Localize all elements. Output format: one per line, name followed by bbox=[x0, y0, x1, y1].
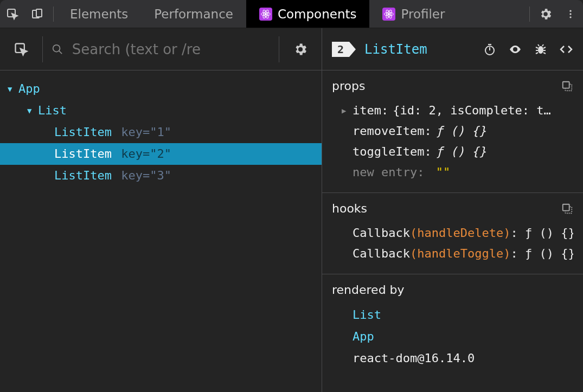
svg-rect-21 bbox=[563, 204, 569, 210]
tab-label: Profiler bbox=[401, 7, 445, 21]
svg-point-12 bbox=[569, 13, 571, 15]
component-tree: ▼ App ▼ List ListItem key="1" ListItem k… bbox=[0, 70, 322, 187]
divider bbox=[53, 7, 54, 22]
react-icon bbox=[259, 8, 272, 21]
eye-icon[interactable] bbox=[508, 43, 522, 56]
props-section: props ▶ item : {id: 2, isComplete: t… re… bbox=[322, 70, 583, 193]
section-title: props bbox=[332, 79, 561, 93]
divider bbox=[529, 7, 530, 22]
view-source-icon[interactable] bbox=[559, 43, 573, 56]
render-count-badge: 2 bbox=[332, 42, 349, 57]
tab-label: Elements bbox=[70, 7, 128, 21]
tree-settings-icon[interactable] bbox=[279, 28, 322, 70]
hook-value: ƒ () {} bbox=[525, 247, 573, 260]
device-icon[interactable] bbox=[25, 0, 50, 28]
prop-value: ƒ () {} bbox=[436, 121, 486, 142]
tab-profiler[interactable]: Profiler bbox=[369, 0, 458, 28]
key-attribute: key="3" bbox=[114, 165, 171, 187]
detail-header: 2 ListItem bbox=[322, 28, 583, 70]
tree-row-listitem[interactable]: ListItem key="1" bbox=[0, 121, 322, 143]
prop-value[interactable]: "" bbox=[436, 162, 451, 183]
devtools-tabbar: Elements Performance Components Profiler bbox=[0, 0, 583, 28]
hooks-section: hooks Callback(handleDelete): ƒ () {} Ca… bbox=[322, 193, 583, 274]
prop-row[interactable]: toggleItem : ƒ () {} bbox=[332, 142, 573, 162]
tree-row-app[interactable]: ▼ App bbox=[0, 78, 322, 100]
hook-value: ƒ () {} bbox=[525, 226, 573, 240]
svg-point-13 bbox=[569, 16, 571, 18]
section-title: rendered by bbox=[332, 283, 573, 297]
bug-icon[interactable] bbox=[534, 43, 547, 56]
svg-rect-2 bbox=[36, 9, 42, 17]
tab-performance[interactable]: Performance bbox=[141, 0, 246, 28]
detail-pane: 2 ListItem bbox=[322, 28, 583, 392]
prop-row[interactable]: ▶ item : {id: 2, isComplete: t… bbox=[332, 100, 573, 121]
section-title: hooks bbox=[332, 202, 561, 215]
svg-point-7 bbox=[388, 13, 390, 15]
svg-point-17 bbox=[538, 46, 543, 54]
rendered-by-link[interactable]: App bbox=[353, 326, 573, 348]
react-icon bbox=[382, 8, 395, 21]
prop-value: ƒ () {} bbox=[436, 142, 486, 162]
component-name: App bbox=[18, 78, 40, 100]
tab-label: Performance bbox=[154, 7, 233, 21]
search-input[interactable] bbox=[72, 41, 279, 57]
component-tree-pane: ▼ App ▼ List ListItem key="1" ListItem k… bbox=[0, 28, 322, 392]
selected-component-name: ListItem bbox=[364, 42, 427, 57]
inspect-icon[interactable] bbox=[0, 0, 25, 28]
copy-icon[interactable] bbox=[561, 203, 573, 215]
component-name: List bbox=[38, 100, 67, 121]
caret-icon[interactable]: ▼ bbox=[27, 100, 38, 121]
rendered-by-version: react-dom@16.14.0 bbox=[353, 348, 573, 369]
tree-row-list[interactable]: ▼ List bbox=[0, 100, 322, 121]
hook-row[interactable]: Callback(handleDelete): ƒ () {} bbox=[332, 223, 573, 243]
tree-row-listitem[interactable]: ListItem key="2" bbox=[0, 143, 322, 165]
search-box[interactable] bbox=[43, 41, 279, 57]
component-name: ListItem bbox=[54, 165, 112, 187]
tab-elements[interactable]: Elements bbox=[57, 0, 141, 28]
component-name: ListItem bbox=[54, 143, 112, 165]
inspect-element-icon[interactable] bbox=[0, 28, 42, 70]
tab-label: Components bbox=[278, 7, 357, 21]
rendered-by-section: rendered by List App react-dom@16.14.0 bbox=[322, 274, 583, 379]
rendered-by-link[interactable]: List bbox=[353, 304, 573, 326]
component-name: ListItem bbox=[54, 121, 112, 143]
stopwatch-icon[interactable] bbox=[483, 43, 496, 56]
tab-components[interactable]: Components bbox=[246, 0, 370, 28]
copy-icon[interactable] bbox=[561, 80, 573, 92]
left-toolbar bbox=[0, 28, 322, 70]
key-attribute: key="2" bbox=[114, 143, 171, 165]
settings-gear-icon[interactable] bbox=[533, 0, 558, 28]
svg-point-11 bbox=[569, 10, 571, 11]
prop-row-new-entry[interactable]: new entry : "" bbox=[332, 162, 573, 183]
prop-name: removeItem bbox=[353, 121, 424, 142]
key-attribute: key="1" bbox=[114, 121, 171, 143]
kebab-menu-icon[interactable] bbox=[558, 0, 583, 28]
svg-point-3 bbox=[265, 13, 266, 15]
tree-row-listitem[interactable]: ListItem key="3" bbox=[0, 165, 322, 187]
prop-name[interactable]: new entry bbox=[353, 162, 417, 183]
hook-row[interactable]: Callback(handleToggle): ƒ () {} bbox=[332, 243, 573, 264]
caret-icon[interactable]: ▼ bbox=[8, 78, 18, 100]
prop-name: toggleItem bbox=[353, 142, 424, 162]
search-icon bbox=[52, 43, 63, 56]
prop-name: item bbox=[353, 100, 381, 121]
caret-icon[interactable]: ▶ bbox=[342, 100, 353, 121]
svg-point-15 bbox=[53, 44, 60, 52]
prop-value: {id: 2, isComplete: t… bbox=[393, 100, 550, 121]
prop-row[interactable]: removeItem : ƒ () {} bbox=[332, 121, 573, 142]
svg-rect-19 bbox=[563, 81, 569, 88]
